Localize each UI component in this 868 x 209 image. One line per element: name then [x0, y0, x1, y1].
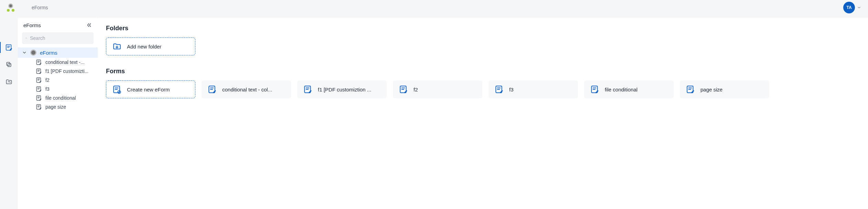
form-card-label: f1 [PDF customiztion ... [318, 87, 371, 92]
create-form-button[interactable]: Create new eForm [106, 80, 195, 98]
tree-item[interactable]: f2 [18, 76, 98, 85]
tree-item-label: file conditional [45, 95, 76, 101]
form-edit-icon [303, 85, 312, 94]
header-title: eForms [32, 5, 48, 10]
form-card[interactable]: f2 [393, 80, 482, 98]
nav-forms[interactable] [4, 43, 14, 52]
form-card[interactable]: conditional text - col... [202, 80, 291, 98]
forms-title: Forms [106, 68, 860, 75]
copy-icon [6, 61, 12, 68]
form-icon [36, 86, 42, 92]
tree-root-label: eForms [40, 50, 57, 56]
form-card[interactable]: file conditional [584, 80, 674, 98]
form-card[interactable]: f1 [PDF customiztion ... [297, 80, 387, 98]
chevron-down-icon [22, 50, 27, 55]
form-card-label: file conditional [605, 87, 637, 92]
form-icon [36, 59, 42, 65]
form-icon [36, 104, 42, 110]
form-edit-icon [399, 85, 408, 94]
form-card-label: f2 [414, 87, 418, 92]
form-add-icon [112, 85, 121, 94]
form-card-label: conditional text - col... [222, 87, 272, 92]
form-edit-icon [5, 44, 13, 51]
tree-item-label: f3 [45, 86, 50, 92]
folders-title: Folders [106, 25, 860, 32]
tree-item[interactable]: f1 [PDF customizti... [18, 67, 98, 76]
form-card[interactable]: f3 [489, 80, 578, 98]
sidebar: eForms eForms conditional text -... f1 [… [18, 18, 98, 209]
tree-item[interactable]: conditional text -... [18, 58, 98, 67]
form-card-label: page size [700, 87, 722, 92]
tree-item[interactable]: page size [18, 102, 98, 111]
form-edit-icon [208, 85, 217, 94]
tree-item-label: conditional text -... [45, 59, 85, 65]
tree-item-label: page size [45, 104, 66, 110]
tree: eForms conditional text -... f1 [PDF cus… [18, 47, 98, 111]
form-card-label: f3 [509, 87, 514, 92]
add-folder-label: Add new folder [127, 44, 161, 50]
form-edit-icon [686, 85, 695, 94]
nav-copy[interactable] [4, 60, 14, 69]
tree-root[interactable]: eForms [18, 47, 98, 58]
form-icon [36, 68, 42, 74]
user-menu[interactable]: TA [843, 2, 861, 13]
nav-folder-sync[interactable] [4, 77, 14, 87]
tree-item-label: f1 [PDF customizti... [45, 68, 88, 74]
avatar: TA [843, 2, 855, 13]
nav-rail [0, 15, 18, 209]
sidebar-title: eForms [23, 22, 41, 28]
form-icon [36, 95, 42, 101]
folder-sync-icon [6, 78, 12, 85]
tree-item[interactable]: file conditional [18, 94, 98, 102]
add-folder-button[interactable]: Add new folder [106, 37, 195, 55]
form-edit-icon [495, 85, 504, 94]
forms-section: Forms Create new eForm conditional text … [106, 68, 860, 98]
create-form-label: Create new eForm [127, 87, 170, 92]
search-wrap[interactable] [22, 32, 94, 44]
search-icon [25, 36, 27, 41]
collapse-sidebar-button[interactable] [86, 22, 92, 28]
form-icon [36, 77, 42, 83]
folders-section: Folders Add new folder [106, 25, 860, 55]
search-input[interactable] [30, 35, 90, 41]
root-node-icon [30, 50, 36, 56]
tree-item-label: f2 [45, 77, 50, 83]
top-header: eForms TA [0, 0, 868, 15]
chevron-down-icon [857, 6, 861, 10]
tree-item[interactable]: f3 [18, 85, 98, 94]
form-card[interactable]: page size [680, 80, 769, 98]
form-edit-icon [590, 85, 599, 94]
app-logo [7, 3, 14, 12]
double-chevron-left-icon [86, 22, 92, 28]
folder-plus-icon [112, 42, 121, 51]
main-content: Folders Add new folder Forms Create new … [98, 18, 868, 209]
